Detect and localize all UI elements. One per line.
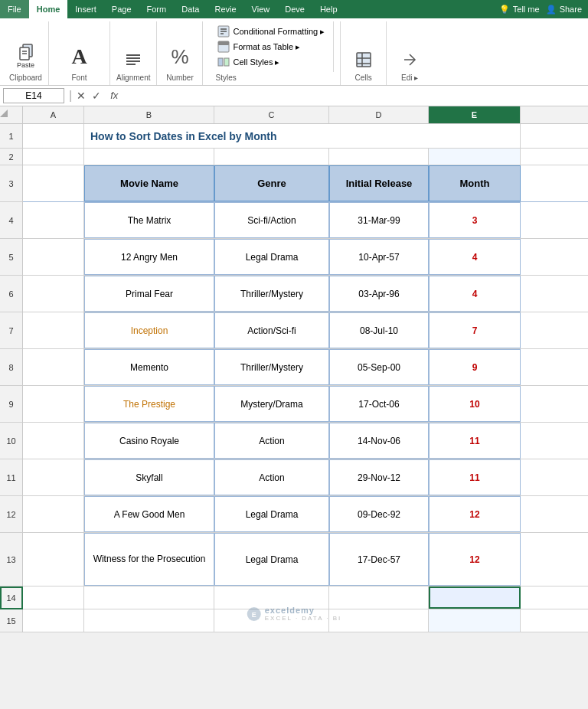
formula-input[interactable] [124, 89, 585, 103]
row-num-12[interactable]: 12 [0, 496, 23, 533]
cell-a6[interactable] [23, 276, 84, 312]
row-num-10[interactable]: 10 [0, 423, 23, 459]
cell-e6[interactable]: 4 [429, 276, 521, 312]
cell-e15[interactable] [429, 609, 521, 632]
cell-d10[interactable]: 14-Nov-06 [329, 423, 429, 459]
cell-b4[interactable]: The Matrix [84, 202, 214, 238]
cell-b9[interactable]: The Prestige [84, 386, 214, 422]
tab-home[interactable]: Home [29, 0, 68, 18]
cell-d6[interactable]: 03-Apr-96 [329, 276, 429, 312]
cell-b10[interactable]: Casino Royale [84, 423, 214, 459]
cell-a2[interactable] [23, 149, 84, 165]
cell-d15[interactable] [329, 609, 429, 632]
cell-e12[interactable]: 12 [429, 496, 521, 532]
cell-styles-button[interactable]: Cell Styles ▸ [215, 55, 327, 69]
col-header-a[interactable]: A [23, 106, 84, 123]
cell-d3-header[interactable]: Initial Release [329, 165, 429, 201]
row-num-13[interactable]: 13 [0, 533, 23, 586]
cell-a11[interactable] [23, 459, 84, 495]
cell-a4[interactable] [23, 202, 84, 238]
cell-b7[interactable]: Inception [84, 312, 214, 348]
cell-a3[interactable] [23, 165, 84, 201]
cell-b6[interactable]: Primal Fear [84, 276, 214, 312]
cell-e9[interactable]: 10 [429, 386, 521, 422]
cell-d8[interactable]: 05-Sep-00 [329, 349, 429, 385]
cells-button[interactable] [351, 49, 376, 70]
col-header-b[interactable]: B [84, 106, 214, 123]
cell-a7[interactable] [23, 312, 84, 348]
cell-d11[interactable]: 29-Nov-12 [329, 459, 429, 495]
cell-a14[interactable] [23, 586, 84, 609]
cell-b14[interactable] [84, 586, 214, 609]
cell-a1[interactable] [23, 124, 84, 148]
tab-file[interactable]: File [0, 0, 29, 18]
cell-c8[interactable]: Thriller/Mystery [214, 349, 329, 385]
tab-help[interactable]: Help [312, 0, 345, 18]
tab-form[interactable]: Form [139, 0, 175, 18]
row-num-14[interactable]: 14 [0, 586, 23, 609]
alignment-button[interactable] [121, 49, 145, 70]
corner-cell[interactable] [0, 106, 23, 123]
cell-c13[interactable]: Legal Drama [214, 533, 329, 586]
row-num-4[interactable]: 4 [0, 202, 23, 239]
col-header-c[interactable]: C [214, 106, 329, 123]
cell-b15[interactable] [84, 609, 214, 632]
cell-e10[interactable]: 11 [429, 423, 521, 459]
row-num-5[interactable]: 5 [0, 239, 23, 276]
cell-d9[interactable]: 17-Oct-06 [329, 386, 429, 422]
cell-d5[interactable]: 10-Apr-57 [329, 239, 429, 275]
cell-a13[interactable] [23, 533, 84, 586]
col-header-d[interactable]: D [329, 106, 429, 123]
row-num-3[interactable]: 3 [0, 165, 23, 202]
cell-d2[interactable] [329, 149, 429, 165]
cell-d4[interactable]: 31-Mar-99 [329, 202, 429, 238]
cell-e14[interactable] [429, 586, 521, 609]
cell-c12[interactable]: Legal Drama [214, 496, 329, 532]
cell-b8[interactable]: Memento [84, 349, 214, 385]
cell-b5[interactable]: 12 Angry Men [84, 239, 214, 275]
cell-b3-header[interactable]: Movie Name [84, 165, 214, 201]
number-button[interactable]: % [168, 44, 191, 70]
format-as-table-button[interactable]: Format as Table ▸ [215, 40, 327, 54]
cell-c3-header[interactable]: Genre [214, 165, 329, 201]
cell-e5[interactable]: 4 [429, 239, 521, 275]
name-box[interactable] [3, 88, 64, 103]
cell-e8[interactable]: 9 [429, 349, 521, 385]
cell-b11[interactable]: Skyfall [84, 459, 214, 495]
col-header-e[interactable]: E [429, 106, 521, 123]
cell-b12[interactable]: A Few Good Men [84, 496, 214, 532]
cancel-formula-button[interactable]: ✕ [77, 90, 86, 102]
cell-d12[interactable]: 09-Dec-92 [329, 496, 429, 532]
tell-me-button[interactable]: 💡 Tell me [499, 5, 540, 15]
cell-e13[interactable]: 12 [429, 533, 521, 586]
row-num-2[interactable]: 2 [0, 149, 23, 165]
clipboard-paste-button[interactable]: Paste [14, 41, 38, 70]
row-num-8[interactable]: 8 [0, 349, 23, 386]
share-button[interactable]: 👤 Share [546, 5, 582, 15]
editing-button[interactable] [397, 49, 422, 70]
row-num-9[interactable]: 9 [0, 386, 23, 423]
tab-data[interactable]: Data [174, 0, 207, 18]
tab-page[interactable]: Page [104, 0, 139, 18]
row-num-15[interactable]: 15 [0, 609, 23, 632]
cell-a5[interactable] [23, 239, 84, 275]
cell-c9[interactable]: Mystery/Drama [214, 386, 329, 422]
tab-insert[interactable]: Insert [67, 0, 104, 18]
cell-e3-header[interactable]: Month [429, 165, 521, 201]
font-button[interactable]: A [68, 43, 90, 70]
cell-e4[interactable]: 3 [429, 202, 521, 238]
cell-c7[interactable]: Action/Sci-fi [214, 312, 329, 348]
cell-b13[interactable]: Witness for the Prosecution [84, 533, 214, 586]
conditional-formatting-button[interactable]: Conditional Formatting ▸ [215, 25, 327, 38]
row-num-6[interactable]: 6 [0, 276, 23, 312]
cell-c10[interactable]: Action [214, 423, 329, 459]
cell-c2[interactable] [214, 149, 329, 165]
row-num-7[interactable]: 7 [0, 312, 23, 349]
cell-c4[interactable]: Sci-fi/Action [214, 202, 329, 238]
cell-a15[interactable] [23, 609, 84, 632]
cell-a12[interactable] [23, 496, 84, 532]
row-num-11[interactable]: 11 [0, 459, 23, 496]
confirm-formula-button[interactable]: ✓ [92, 90, 101, 102]
cell-b1[interactable]: How to Sort Dates in Excel by Month [84, 124, 521, 148]
cell-d7[interactable]: 08-Jul-10 [329, 312, 429, 348]
